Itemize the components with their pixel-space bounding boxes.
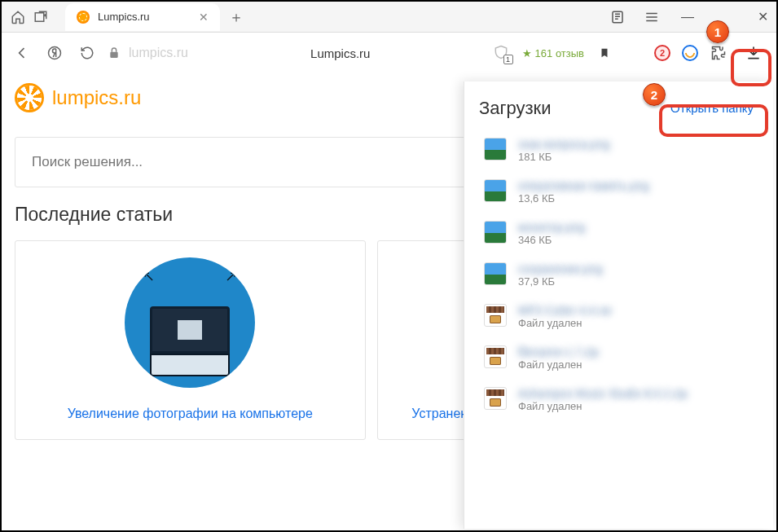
file-name: MP3 Cutter 4.4.rar bbox=[518, 304, 612, 317]
file-thumb-icon bbox=[484, 262, 507, 285]
download-item[interactable]: сохранение.png 37,9 КБ bbox=[479, 256, 762, 294]
reader-mode-icon[interactable] bbox=[610, 10, 628, 24]
file-thumb-icon bbox=[484, 179, 507, 202]
close-window-button[interactable]: ✕ bbox=[754, 9, 771, 24]
yandex-button[interactable] bbox=[42, 41, 67, 65]
file-name: Ashampoo Music Studio 8.0.2.zip bbox=[518, 387, 688, 400]
file-thumb-icon bbox=[484, 138, 507, 160]
home-tab-icon[interactable] bbox=[7, 6, 29, 29]
file-name: знак вопроса.png bbox=[518, 138, 609, 151]
file-sub: 37,9 КБ bbox=[518, 275, 602, 288]
tracker-shield-icon[interactable]: 1 bbox=[493, 44, 511, 62]
reviews-badge[interactable]: ★ 161 отзыв bbox=[522, 47, 584, 59]
annotation-badge-2: 2 bbox=[643, 83, 666, 106]
file-name: монитор.png bbox=[518, 221, 585, 234]
bookmark-icon[interactable] bbox=[596, 44, 613, 62]
minimize-window-button[interactable]: — bbox=[679, 10, 697, 24]
download-item[interactable]: знак вопроса.png 181 КБ bbox=[479, 131, 762, 169]
extensions-icon[interactable] bbox=[710, 44, 727, 62]
download-item[interactable]: оперативная память.png 13,6 КБ bbox=[479, 173, 762, 211]
lock-icon bbox=[108, 46, 121, 59]
site-logo-icon[interactable] bbox=[15, 83, 44, 112]
download-item[interactable]: MP3 Cutter 4.4.rar Файл удален bbox=[479, 297, 762, 336]
file-name: оперативная память.png bbox=[518, 179, 649, 192]
menu-icon[interactable] bbox=[644, 11, 662, 23]
extension-badge-red[interactable]: 2 bbox=[654, 45, 670, 61]
file-thumb-icon bbox=[484, 345, 507, 368]
tab-favicon bbox=[77, 11, 90, 24]
site-name[interactable]: lumpics.ru bbox=[52, 86, 141, 109]
star-icon: ★ bbox=[522, 47, 532, 59]
download-item[interactable]: Ashampoo Music Studio 8.0.2.zip Файл уда… bbox=[479, 380, 762, 419]
file-thumb-icon bbox=[484, 304, 507, 327]
annotation-badge-1: 1 bbox=[706, 20, 729, 43]
file-thumb-icon bbox=[484, 387, 507, 410]
downloads-list: знак вопроса.png 181 КБ оперативная памя… bbox=[479, 131, 762, 419]
tab-title: Lumpics.ru bbox=[98, 11, 191, 23]
browser-tab-strip: Lumpics.ru ✕ ＋ — ✕ bbox=[2, 2, 776, 33]
new-tab-button[interactable]: ＋ bbox=[225, 6, 248, 29]
file-sub: Файл удален bbox=[518, 400, 688, 412]
downloads-panel: Загрузки Открыть папку знак вопроса.png … bbox=[464, 81, 773, 529]
svg-rect-3 bbox=[110, 52, 117, 58]
article-card[interactable]: ↖↗ Увеличение фотографии на компьютере bbox=[15, 240, 366, 440]
file-sub: 181 КБ bbox=[518, 151, 609, 163]
back-button[interactable] bbox=[10, 41, 34, 65]
open-folder-link[interactable]: Открыть папку bbox=[662, 96, 762, 120]
article-illustration: ↖↗ bbox=[125, 257, 255, 388]
download-item[interactable]: filename-1.7.zip Файл удален bbox=[479, 339, 762, 377]
article-link[interactable]: Увеличение фотографии на компьютере bbox=[68, 402, 313, 426]
browser-toolbar: lumpics.ru Lumpics.ru 1 ★ 161 отзыв 2 bbox=[2, 33, 776, 73]
file-thumb-icon bbox=[484, 221, 507, 244]
reviews-text: 161 отзыв bbox=[535, 47, 584, 59]
file-name: filename-1.7.zip bbox=[518, 345, 599, 358]
svg-rect-0 bbox=[35, 12, 44, 21]
file-sub: 346 КБ bbox=[518, 234, 585, 246]
close-tab-icon[interactable]: ✕ bbox=[199, 11, 209, 24]
downloads-button[interactable] bbox=[739, 38, 768, 68]
file-sub: 13,6 КБ bbox=[518, 192, 649, 204]
reload-button[interactable] bbox=[75, 41, 99, 65]
downloads-title: Загрузки bbox=[479, 98, 552, 119]
url-text: lumpics.ru bbox=[129, 46, 188, 60]
page-title: Lumpics.ru bbox=[196, 46, 485, 60]
download-item[interactable]: монитор.png 346 КБ bbox=[479, 214, 762, 253]
address-bar[interactable]: lumpics.ru bbox=[108, 46, 188, 60]
extension-sync-icon[interactable] bbox=[682, 45, 698, 61]
browser-tab[interactable]: Lumpics.ru ✕ bbox=[65, 3, 220, 31]
file-name: сохранение.png bbox=[518, 262, 602, 275]
file-sub: Файл удален bbox=[518, 358, 599, 371]
new-window-icon[interactable] bbox=[29, 6, 52, 29]
file-sub: Файл удален bbox=[518, 317, 612, 329]
shield-count: 1 bbox=[503, 55, 513, 64]
